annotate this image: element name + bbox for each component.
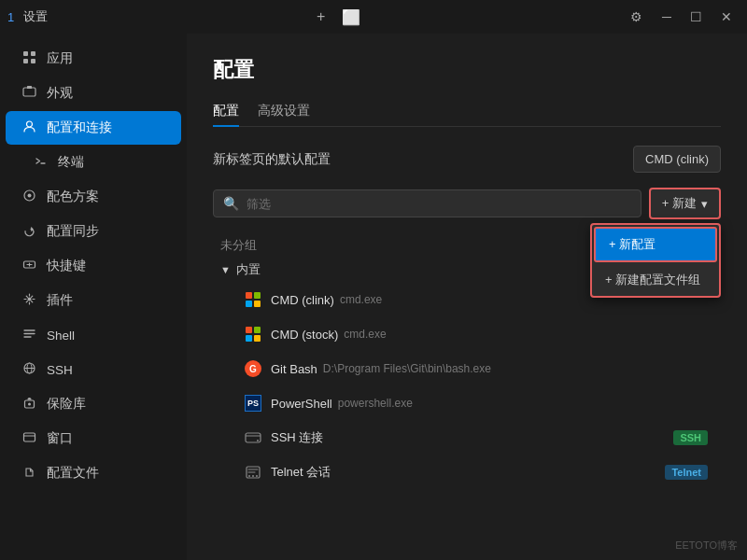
sidebar-item-terminal-label: 终端 — [58, 154, 84, 171]
search-icon: 🔍 — [223, 196, 239, 211]
ssh-badge: SSH — [673, 430, 708, 445]
terminal-icon — [32, 154, 49, 171]
svg-point-21 — [256, 475, 258, 477]
plugins-icon — [21, 292, 37, 309]
titlebar-center: + ⬜ — [308, 4, 364, 30]
svg-rect-15 — [23, 433, 35, 441]
default-profile-label: 新标签页的默认配置 — [213, 151, 331, 168]
sync-icon — [21, 223, 37, 240]
sidebar-item-plugins[interactable]: 插件 — [6, 284, 181, 317]
titlebar-number: 1 — [7, 10, 14, 24]
svg-rect-1 — [31, 51, 35, 56]
svg-rect-2 — [23, 59, 28, 63]
cmd-stock-icon — [243, 324, 263, 344]
dropdown-item-new-group[interactable]: + 新建配置文件组 — [592, 264, 719, 296]
sidebar-item-vault[interactable]: 保险库 — [6, 387, 181, 421]
new-button[interactable]: + 新建 ▾ — [649, 188, 721, 219]
svg-rect-0 — [23, 51, 28, 56]
content-area: 配置 配置 高级设置 新标签页的默认配置 CMD (clink) 🔍 + 新建 … — [187, 34, 747, 560]
git-bash-icon: G — [243, 358, 263, 379]
builtin-chevron-icon: ▼ — [220, 264, 231, 275]
cmd-stock-path: cmd.exe — [344, 328, 386, 341]
cmd-clink-path: cmd.exe — [340, 293, 382, 306]
default-profile-value[interactable]: CMD (clink) — [633, 146, 721, 173]
sidebar-item-terminal[interactable]: 终端 — [6, 146, 181, 179]
maximize-button[interactable]: ☐ — [684, 4, 710, 30]
sidebar-item-colorscheme[interactable]: 配色方案 — [6, 180, 181, 214]
sidebar-item-appearance[interactable]: 外观 — [6, 77, 181, 110]
sidebar-item-ssh[interactable]: SSH — [6, 353, 181, 386]
search-input[interactable] — [247, 197, 631, 211]
sidebar-item-apps[interactable]: 应用 — [6, 42, 181, 76]
titlebar-left: 1 设置 — [7, 8, 48, 25]
tab-view-button[interactable]: ⬜ — [338, 4, 364, 30]
svg-rect-5 — [27, 86, 32, 89]
new-tab-button[interactable]: + — [308, 4, 334, 30]
profile-item-cmd-stock[interactable]: CMD (stock) cmd.exe — [217, 317, 717, 351]
vault-icon — [21, 396, 37, 413]
sidebar-item-shell[interactable]: Shell — [6, 318, 181, 352]
sidebar-item-profiles-label: 配置和连接 — [47, 119, 112, 136]
powershell-path: powershell.exe — [338, 397, 413, 410]
tab-bar: 配置 高级设置 — [213, 97, 721, 127]
shell-icon — [21, 327, 37, 343]
svg-point-14 — [28, 403, 31, 406]
apps-icon — [21, 50, 37, 67]
svg-point-6 — [26, 121, 32, 127]
new-button-label: + 新建 — [662, 195, 697, 212]
dropdown-menu: + 新配置 + 新建配置文件组 — [590, 223, 721, 298]
tab-advanced[interactable]: 高级设置 — [258, 97, 310, 127]
svg-rect-3 — [31, 59, 35, 63]
profiles-icon — [21, 119, 37, 136]
svg-point-8 — [27, 194, 31, 198]
svg-point-17 — [257, 440, 259, 441]
sidebar-item-plugins-label: 插件 — [47, 292, 73, 309]
git-bash-name: Git Bash — [271, 362, 317, 376]
svg-point-10 — [27, 298, 31, 301]
telnet-badge: Telnet — [665, 465, 708, 480]
sidebar-item-colorscheme-label: 配色方案 — [47, 189, 99, 205]
cmd-clink-icon — [243, 289, 263, 310]
dropdown-item-new-profile[interactable]: + 新配置 — [594, 227, 717, 262]
page-title: 配置 — [213, 56, 721, 84]
sidebar-item-profiles[interactable]: 配置和连接 — [6, 111, 181, 145]
sidebar-item-shell-label: Shell — [47, 329, 75, 343]
sidebar-item-shortcuts[interactable]: 快捷键 — [6, 249, 181, 283]
shortcuts-icon — [21, 258, 37, 274]
sidebar-item-configfile-label: 配置文件 — [47, 465, 99, 482]
default-profile-row: 新标签页的默认配置 CMD (clink) — [213, 146, 721, 173]
telnet-profile-icon — [243, 462, 263, 483]
sidebar-item-window-label: 窗口 — [47, 430, 73, 447]
profile-item-telnet[interactable]: Telnet 会话 Telnet — [217, 455, 717, 489]
sidebar-item-sync-label: 配置同步 — [47, 223, 99, 240]
powershell-icon: PS — [243, 393, 263, 413]
svg-point-20 — [252, 475, 254, 477]
profile-item-ssh[interactable]: SSH 连接 SSH — [217, 421, 717, 455]
profile-item-git-bash[interactable]: G Git Bash D:\Program Files\Git\bin\bash… — [217, 352, 717, 385]
tab-profiles[interactable]: 配置 — [213, 97, 239, 127]
sidebar-item-apps-label: 应用 — [47, 50, 73, 67]
cmd-clink-name: CMD (clink) — [271, 293, 334, 307]
sidebar-item-window[interactable]: 窗口 — [6, 422, 181, 455]
window-icon — [21, 430, 37, 447]
sidebar-item-vault-label: 保险库 — [47, 396, 86, 413]
sidebar-item-ssh-label: SSH — [47, 363, 73, 377]
sidebar-item-configfile[interactable]: 配置文件 — [6, 456, 181, 490]
titlebar-title: 设置 — [23, 8, 48, 25]
titlebar-controls: ⚙ ─ ☐ ✕ — [624, 4, 740, 30]
settings-button[interactable]: ⚙ — [624, 4, 650, 30]
new-button-chevron: ▾ — [701, 197, 708, 211]
profile-item-powershell[interactable]: PS PowerShell powershell.exe — [217, 386, 717, 420]
sidebar-item-sync[interactable]: 配置同步 — [6, 215, 181, 248]
sidebar: 应用 外观 配置和连接 终端 配色方案 — [0, 34, 187, 560]
builtin-group-label: 内置 — [236, 261, 261, 278]
minimize-button[interactable]: ─ — [654, 4, 680, 30]
colorscheme-icon — [21, 189, 37, 205]
search-row: 🔍 + 新建 ▾ + 新配置 + 新建配置文件组 — [213, 188, 721, 219]
ssh-icon — [21, 361, 37, 378]
ssh-profile-name: SSH 连接 — [271, 429, 323, 446]
close-button[interactable]: ✕ — [713, 4, 740, 30]
svg-point-19 — [248, 475, 250, 477]
git-bash-path: D:\Program Files\Git\bin\bash.exe — [323, 362, 491, 375]
titlebar: 1 设置 + ⬜ ⚙ ─ ☐ ✕ — [0, 0, 747, 34]
